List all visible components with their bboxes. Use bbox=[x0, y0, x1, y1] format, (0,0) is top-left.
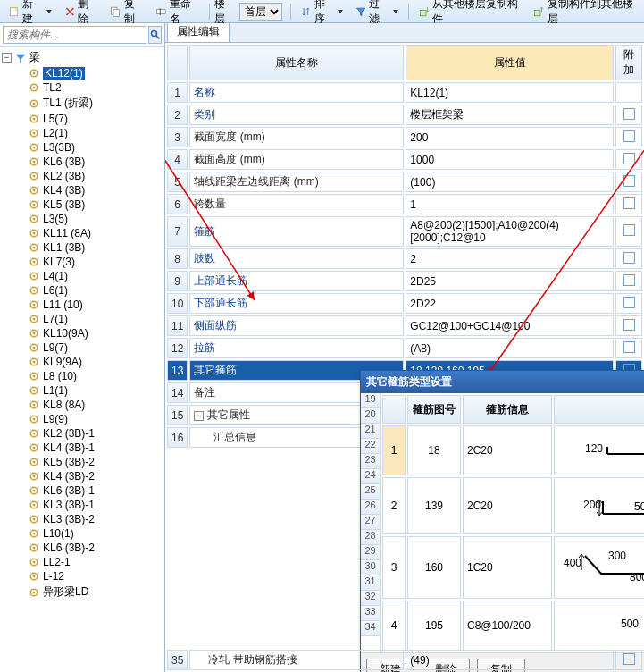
prop-value[interactable]: 楼层框架梁 bbox=[406, 105, 614, 125]
checkbox[interactable] bbox=[623, 224, 635, 236]
collapse-icon[interactable]: − bbox=[2, 53, 12, 63]
tree-item[interactable]: KL2 (3B)-1 bbox=[0, 426, 164, 441]
table-row[interactable]: 7箍筋A8@200(2)[1500];A10@200(4)[2000];C12@… bbox=[167, 216, 642, 247]
expand-icon[interactable]: − bbox=[194, 411, 204, 421]
search-input[interactable] bbox=[3, 26, 146, 44]
stirrup-row[interactable]: 4195C8@100/200500300 bbox=[382, 601, 644, 651]
tree-item[interactable]: KL8 (8A) bbox=[0, 398, 164, 412]
prop-value[interactable]: KL12(1) bbox=[406, 82, 614, 103]
stirrup-row[interactable]: 1182C20120800 bbox=[382, 425, 644, 475]
stirrup-info[interactable]: 2C20 bbox=[463, 477, 552, 534]
stirrup-info[interactable]: 2C20 bbox=[463, 425, 552, 475]
tree-item[interactable]: L-12 bbox=[0, 569, 164, 584]
tab-property-edit[interactable]: 属性编辑 bbox=[167, 23, 230, 42]
table-row[interactable]: 4截面高度 (mm)1000 bbox=[167, 149, 642, 170]
table-row[interactable]: 12拉筋(A8) bbox=[167, 338, 642, 358]
table-row[interactable]: 6跨数量1 bbox=[167, 194, 642, 214]
tree-item[interactable]: LL2-1 bbox=[0, 555, 164, 569]
tree-item[interactable]: L8 (10) bbox=[0, 369, 164, 383]
table-row[interactable]: 10下部通长筋2D22 bbox=[167, 293, 642, 314]
tree-item[interactable]: L3(5) bbox=[0, 212, 164, 226]
stirrup-no[interactable]: 160 bbox=[407, 536, 461, 599]
gear-icon bbox=[29, 385, 39, 396]
prop-name: 跨数量 bbox=[189, 194, 404, 214]
tree-item[interactable]: L4(1) bbox=[0, 269, 164, 283]
prop-value[interactable]: (49) bbox=[406, 650, 614, 670]
tree-item[interactable]: KL4 (3B)-2 bbox=[0, 469, 164, 483]
filter-icon bbox=[355, 5, 366, 18]
tree-item[interactable]: L9(9) bbox=[0, 412, 164, 426]
checkbox[interactable] bbox=[623, 297, 635, 308]
table-row[interactable]: 2类别楼层框架梁 bbox=[167, 105, 642, 125]
svg-point-53 bbox=[33, 390, 36, 392]
table-row[interactable]: 8肢数2 bbox=[167, 248, 642, 269]
tree-item[interactable]: KL6 (3B) bbox=[0, 155, 164, 169]
prop-value[interactable]: 1000 bbox=[406, 149, 614, 170]
svg-point-25 bbox=[33, 189, 36, 192]
stirrup-no[interactable]: 18 bbox=[407, 425, 461, 475]
tree-item[interactable]: L7(1) bbox=[0, 312, 164, 326]
stirrup-no[interactable]: 195 bbox=[407, 601, 461, 651]
tree-item[interactable]: L10(1) bbox=[0, 526, 164, 541]
table-row[interactable]: 11侧面纵筋GC12@100+GC14@100 bbox=[167, 315, 642, 336]
tree-item[interactable]: KL10(9A) bbox=[0, 326, 164, 340]
prop-value[interactable]: GC12@100+GC14@100 bbox=[406, 315, 614, 336]
checkbox[interactable] bbox=[623, 274, 635, 286]
stirrup-info[interactable]: C8@100/200 bbox=[463, 601, 552, 651]
tree-item[interactable]: KL4 (3B) bbox=[0, 183, 164, 197]
table-row[interactable]: 1名称KL12(1) bbox=[167, 82, 642, 103]
tree-item[interactable]: L11 (10) bbox=[0, 298, 164, 312]
tree-item[interactable]: KL6 (3B)-2 bbox=[0, 541, 164, 555]
prop-value[interactable]: (100) bbox=[406, 172, 614, 192]
checkbox[interactable] bbox=[623, 197, 635, 209]
tree-item[interactable]: L1(1) bbox=[0, 383, 164, 398]
tree-item[interactable]: KL5 (3B)-2 bbox=[0, 455, 164, 469]
tree-item[interactable]: KL1 (3B) bbox=[0, 240, 164, 255]
tree-item[interactable]: 异形梁LD bbox=[0, 584, 164, 601]
tree-item[interactable]: L5(7) bbox=[0, 112, 164, 126]
tree-item[interactable]: L2(1) bbox=[0, 126, 164, 140]
tree-item[interactable]: L9(7) bbox=[0, 340, 164, 355]
stirrup-row[interactable]: 31601C20400300300400800 bbox=[382, 536, 644, 599]
tree-item[interactable]: L6(1) bbox=[0, 283, 164, 298]
tree-item[interactable]: KL7(3) bbox=[0, 255, 164, 269]
prop-value[interactable]: 2 bbox=[406, 248, 614, 269]
prop-value[interactable]: A8@200(2)[1500];A10@200(4)[2000];C12@10 bbox=[406, 216, 614, 247]
tree-item[interactable]: KL6 (3B)-1 bbox=[0, 483, 164, 498]
table-row[interactable]: 5轴线距梁左边线距离 (mm)(100) bbox=[167, 172, 642, 192]
search-button[interactable] bbox=[148, 26, 162, 44]
tree-item-label: KL8 (8A) bbox=[43, 399, 85, 411]
tree-item[interactable]: KL12(1) bbox=[0, 66, 164, 80]
checkbox[interactable] bbox=[623, 175, 635, 187]
stirrup-no[interactable]: 139 bbox=[407, 477, 461, 534]
prop-value[interactable]: 2D22 bbox=[406, 293, 614, 314]
tree-item[interactable]: KL2 (3B) bbox=[0, 169, 164, 183]
tree-item[interactable]: KL3 (3B)-1 bbox=[0, 498, 164, 512]
stirrup-info[interactable]: 1C20 bbox=[463, 536, 552, 599]
checkbox[interactable] bbox=[623, 341, 635, 353]
checkbox[interactable] bbox=[623, 108, 635, 120]
tree-item[interactable]: TL2 bbox=[0, 80, 164, 95]
checkbox[interactable] bbox=[623, 252, 635, 264]
tree-root[interactable]: − 梁 bbox=[0, 49, 164, 66]
tree-item[interactable]: TL1 (折梁) bbox=[0, 95, 164, 112]
tree-item[interactable]: KL11 (8A) bbox=[0, 226, 164, 240]
prop-value[interactable]: 200 bbox=[406, 127, 614, 147]
floor-select[interactable]: 首层 bbox=[239, 3, 282, 21]
prop-value[interactable]: (A8) bbox=[406, 338, 614, 358]
tree-item[interactable]: KL5 (3B) bbox=[0, 197, 164, 212]
prop-value[interactable]: 2D25 bbox=[406, 271, 614, 291]
checkbox[interactable] bbox=[623, 153, 635, 164]
tree-item[interactable]: KL4 (3B)-1 bbox=[0, 441, 164, 455]
table-row[interactable]: 3截面宽度 (mm)200 bbox=[167, 127, 642, 147]
prop-value[interactable]: 1 bbox=[406, 194, 614, 214]
checkbox[interactable] bbox=[623, 130, 635, 142]
checkbox[interactable] bbox=[623, 319, 635, 331]
tree-item-label: L1(1) bbox=[43, 384, 68, 397]
stirrup-row[interactable]: 21392C20200500150200 bbox=[382, 477, 644, 534]
table-row[interactable]: 9上部通长筋2D25 bbox=[167, 271, 642, 291]
checkbox[interactable] bbox=[623, 653, 635, 665]
tree-item[interactable]: KL3 (3B)-2 bbox=[0, 512, 164, 526]
tree-item[interactable]: L3(3B) bbox=[0, 140, 164, 155]
tree-item[interactable]: KL9(9A) bbox=[0, 355, 164, 369]
